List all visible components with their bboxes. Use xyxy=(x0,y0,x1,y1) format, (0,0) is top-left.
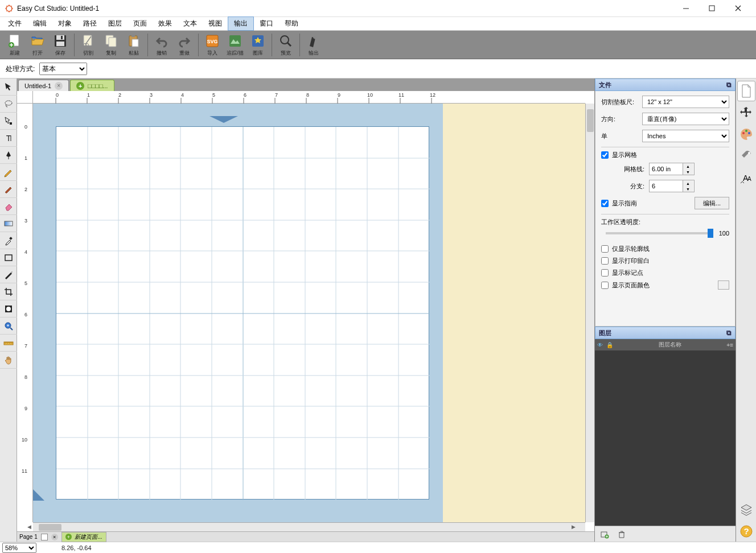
edit-guides-button[interactable]: 编辑... xyxy=(695,197,729,209)
horizontal-scrollbar[interactable]: ▶ ◀ xyxy=(33,522,585,531)
tool-node-edit[interactable] xyxy=(0,113,17,130)
menu-effects[interactable]: 效果 xyxy=(153,17,178,30)
page-add-tab[interactable]: + 新建页面... xyxy=(61,532,106,542)
tool-pan[interactable] xyxy=(0,352,17,369)
tool-distort[interactable] xyxy=(0,300,17,317)
menu-help[interactable]: 帮助 xyxy=(279,17,304,30)
spin-down-icon[interactable]: ▼ xyxy=(683,169,693,175)
tool-brush[interactable] xyxy=(0,181,17,198)
delete-layer-icon[interactable] xyxy=(617,529,627,539)
sidetab-move[interactable] xyxy=(737,102,755,123)
toolbar-library[interactable]: 图库 xyxy=(246,32,269,58)
page-color-swatch[interactable] xyxy=(718,280,729,290)
tab-add[interactable]: + □□□□... xyxy=(70,80,114,91)
sidetab-document[interactable] xyxy=(737,81,755,101)
page-tab-close[interactable]: × xyxy=(51,534,58,540)
show-bleed-checkbox[interactable] xyxy=(601,257,609,265)
close-button[interactable] xyxy=(725,1,751,16)
menu-file[interactable]: 文件 xyxy=(2,17,27,30)
sidetab-help[interactable]: ? xyxy=(737,521,755,542)
toolbar-redo[interactable]: 重做 xyxy=(173,32,196,58)
mat-size-select[interactable]: 12" x 12" xyxy=(642,96,729,108)
panel-file-header[interactable]: 文件 ⧉ xyxy=(595,79,736,91)
units-select[interactable]: Inches xyxy=(642,130,729,142)
sidetab-color[interactable] xyxy=(737,124,755,145)
layer-list[interactable] xyxy=(595,350,736,526)
hscroll-thumb[interactable] xyxy=(39,524,61,531)
panel-collapse-icon[interactable]: ⧉ xyxy=(726,81,732,89)
vscroll-thumb[interactable] xyxy=(587,109,594,132)
sidetab-text[interactable]: AA xyxy=(737,167,755,188)
slider-thumb[interactable] xyxy=(708,229,713,238)
canvas[interactable] xyxy=(33,104,585,522)
show-guides-checkbox[interactable] xyxy=(601,200,609,207)
tool-select[interactable] xyxy=(0,79,17,96)
menu-page[interactable]: 页面 xyxy=(128,17,153,30)
page-tab-icon[interactable] xyxy=(41,534,48,540)
gridlines-spinner[interactable]: ▲▼ xyxy=(649,163,695,175)
tool-pencil[interactable] xyxy=(0,164,17,181)
minimize-button[interactable] xyxy=(673,1,699,16)
spin-down-icon[interactable]: ▼ xyxy=(683,186,693,192)
toolbar-trace[interactable]: 追踪/描 xyxy=(224,32,246,58)
spin-up-icon[interactable]: ▲ xyxy=(683,163,693,169)
menu-layer[interactable]: 图层 xyxy=(102,17,128,30)
new-layer-icon[interactable] xyxy=(599,529,610,539)
tool-lasso[interactable] xyxy=(0,96,17,113)
outline-only-checkbox[interactable] xyxy=(601,245,609,253)
sidetab-settings[interactable] xyxy=(737,146,755,166)
tool-measure[interactable] xyxy=(0,335,17,352)
scroll-left-icon[interactable]: ◀ xyxy=(25,523,33,531)
tool-shapes[interactable] xyxy=(0,249,17,266)
gridlines-input[interactable] xyxy=(650,163,683,175)
tab-document[interactable]: Untitled-1 × xyxy=(18,80,69,91)
menu-text[interactable]: 文本 xyxy=(178,17,203,30)
zoom-select[interactable]: 58% xyxy=(2,543,36,553)
subdiv-spinner[interactable]: ▲▼ xyxy=(649,180,695,192)
tool-eraser[interactable] xyxy=(0,198,17,215)
toolbar-save[interactable]: 保存 xyxy=(49,32,72,58)
tool-knife[interactable] xyxy=(0,266,17,283)
tool-text[interactable]: T xyxy=(0,130,17,147)
scroll-right-icon[interactable]: ▶ xyxy=(569,523,577,531)
subdiv-input[interactable] xyxy=(650,180,683,192)
lock-icon[interactable]: 🔒 xyxy=(606,342,613,348)
menu-window[interactable]: 窗口 xyxy=(254,17,279,30)
tool-crop[interactable] xyxy=(0,283,17,300)
tool-pen[interactable] xyxy=(0,147,17,164)
show-reg-checkbox[interactable] xyxy=(601,269,609,276)
menu-output[interactable]: 输出 xyxy=(228,16,254,31)
maximize-button[interactable] xyxy=(699,1,725,16)
vertical-scrollbar[interactable] xyxy=(585,104,594,522)
panel-layers-header[interactable]: 图层 ⧉ xyxy=(595,327,736,339)
layer-add-icon[interactable]: +≡ xyxy=(726,342,733,348)
toolbar-paste[interactable]: 粘贴 xyxy=(122,32,145,58)
toolbar-copy[interactable]: 复制 xyxy=(100,32,122,58)
menu-object[interactable]: 对象 xyxy=(52,17,77,30)
processing-mode-select[interactable]: 基本 xyxy=(39,63,87,75)
menu-path[interactable]: 路径 xyxy=(77,17,102,30)
toolbar-cut[interactable]: 切割 xyxy=(77,32,100,58)
toolbar-import[interactable]: SVG导入 xyxy=(201,32,224,58)
vertical-ruler[interactable]: 012 345 678 91011 xyxy=(17,104,33,522)
tab-close-icon[interactable]: × xyxy=(55,82,63,90)
toolbar-open[interactable]: 打开 xyxy=(26,32,49,58)
horizontal-ruler[interactable]: 012 345 678 91011 12 xyxy=(33,91,585,104)
sidetab-layers[interactable] xyxy=(737,500,755,520)
spin-up-icon[interactable]: ▲ xyxy=(683,180,693,186)
menu-edit[interactable]: 编辑 xyxy=(27,17,52,30)
toolbar-output[interactable]: 输出 xyxy=(302,32,325,58)
toolbar-preview[interactable]: 预览 xyxy=(274,32,297,58)
toolbar-new[interactable]: 新建 xyxy=(3,32,26,58)
orientation-select[interactable]: 垂直(肖像) xyxy=(642,113,729,125)
tool-gradient[interactable] xyxy=(0,215,17,232)
eye-icon[interactable]: 👁 xyxy=(597,342,603,348)
menu-view[interactable]: 视图 xyxy=(203,17,228,30)
opacity-slider[interactable] xyxy=(606,232,713,234)
tool-eyedropper[interactable] xyxy=(0,232,17,249)
show-page-color-checkbox[interactable] xyxy=(601,282,609,289)
toolbar-undo[interactable]: 撤销 xyxy=(150,32,173,58)
show-grid-checkbox[interactable] xyxy=(601,151,609,159)
tool-zoom[interactable] xyxy=(0,317,17,335)
panel-collapse-icon[interactable]: ⧉ xyxy=(726,329,732,337)
